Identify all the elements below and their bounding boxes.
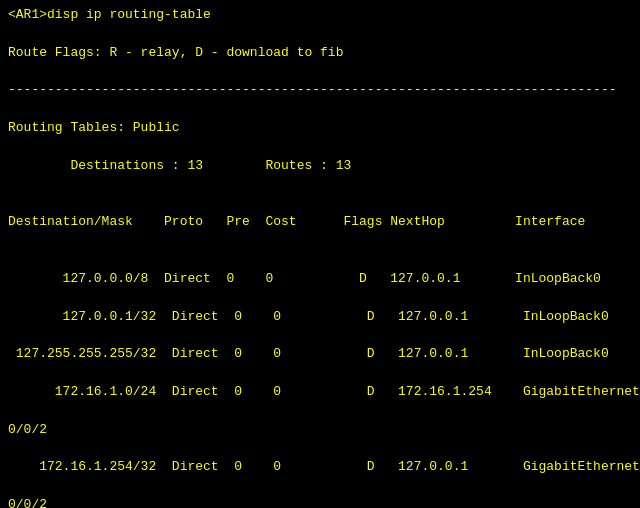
terminal-line: 0/0/2 (8, 421, 632, 440)
terminal-line: Route Flags: R - relay, D - download to … (8, 44, 632, 63)
terminal-line: 0/0/2 (8, 496, 632, 508)
terminal-line: 127.255.255.255/32 Direct 0 0 D 127.0.0.… (8, 345, 632, 364)
terminal-line: 172.16.1.254/32 Direct 0 0 D 127.0.0.1 G… (8, 458, 632, 477)
terminal-line: <AR1>disp ip routing-table (8, 6, 632, 25)
terminal-line: ----------------------------------------… (8, 81, 632, 100)
terminal-line: 127.0.0.0/8 Direct 0 0 D 127.0.0.1 InLoo… (8, 270, 632, 289)
terminal-line: 172.16.1.0/24 Direct 0 0 D 172.16.1.254 … (8, 383, 632, 402)
terminal-line: Destinations : 13 Routes : 13 (8, 157, 632, 176)
terminal-window[interactable]: <AR1>disp ip routing-table Route Flags: … (0, 0, 640, 508)
terminal-line: 127.0.0.1/32 Direct 0 0 D 127.0.0.1 InLo… (8, 308, 632, 327)
terminal-line: Destination/Mask Proto Pre Cost Flags Ne… (8, 213, 632, 232)
terminal-line: Routing Tables: Public (8, 119, 632, 138)
